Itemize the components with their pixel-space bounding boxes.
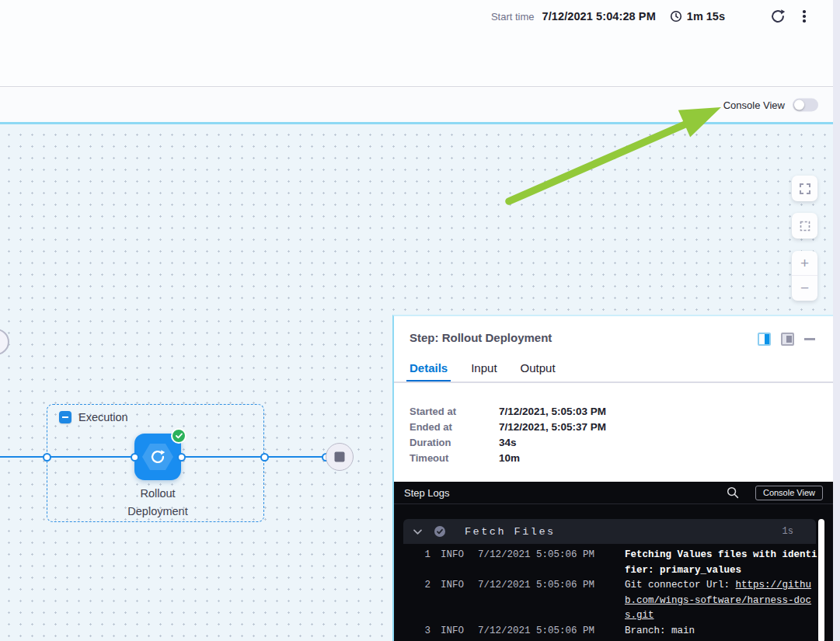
log-search-button[interactable] (727, 486, 739, 499)
log-level: INFO (441, 624, 468, 639)
step-logs-section: Step Logs Console View (394, 482, 833, 641)
console-view-control: Console View (723, 99, 818, 112)
log-message-prefix: Git connector Url: (625, 580, 736, 590)
top-header: Start time 7/12/2021 5:04:28 PM 1m 15s (0, 0, 840, 87)
console-view-label: Console View (723, 99, 785, 111)
execution-meta-bar: Start time 7/12/2021 5:04:28 PM 1m 15s (491, 6, 812, 26)
log-level: INFO (441, 578, 468, 594)
zoom-in-button[interactable]: + (792, 251, 817, 276)
rollout-deployment-node[interactable] (134, 434, 181, 480)
details-rows: Started at 7/12/2021, 5:05:03 PM Ended a… (410, 403, 606, 465)
execution-group-label: Execution (78, 411, 128, 423)
tab-output[interactable]: Output (521, 361, 556, 381)
connector-dot[interactable] (43, 453, 51, 462)
total-duration: 1m 15s (687, 10, 725, 23)
minimize-icon[interactable] (804, 338, 815, 340)
step-details-panel: Step: Rollout Deployment Details Input O… (392, 315, 833, 641)
log-group-duration: 1s (782, 526, 793, 537)
rollout-refresh-icon (150, 449, 166, 465)
node-label-line1: Rollout (96, 485, 220, 503)
tab-input[interactable]: Input (471, 361, 497, 381)
tabs-divider (394, 381, 833, 383)
step-logs-title: Step Logs (404, 487, 450, 499)
log-line: 2 INFO 7/12/2021 5:05:06 PM Git connecto… (403, 578, 833, 624)
log-group-success-icon (434, 525, 446, 538)
detail-row-ended-at: Ended at 7/12/2021, 5:05:37 PM (410, 419, 606, 434)
log-group-name: Fetch Files (465, 526, 556, 538)
full-view-icon[interactable] (781, 333, 794, 346)
clock-icon (670, 10, 682, 23)
detail-row-duration: Duration 34s (410, 434, 606, 450)
panel-header-icons (758, 333, 815, 346)
log-message: Git connector Url: https://github.com/wi… (625, 578, 818, 624)
log-line: 3 INFO 7/12/2021 5:05:06 PM Branch: main (403, 624, 833, 639)
log-message: Fetching Values files with identifier: p… (625, 548, 818, 578)
split-view-icon[interactable] (758, 333, 771, 346)
log-timestamp: 7/12/2021 5:05:06 PM (478, 624, 594, 639)
refresh-button[interactable] (769, 7, 787, 26)
fullscreen-button[interactable] (792, 176, 817, 201)
log-timestamp: 7/12/2021 5:05:06 PM (478, 578, 594, 594)
check-icon (176, 433, 183, 439)
tab-details[interactable]: Details (410, 361, 448, 381)
end-node[interactable] (326, 443, 354, 471)
log-message: Branch: main (625, 624, 818, 639)
log-scrollbar[interactable] (818, 519, 824, 641)
log-line-number: 2 (403, 578, 430, 594)
canvas-zoom-controls: + − (792, 176, 817, 301)
fullscreen-icon (799, 183, 811, 195)
chevron-down-icon (413, 529, 422, 535)
node-label-line2: Deployment (96, 503, 220, 521)
connector-dot[interactable] (177, 453, 186, 462)
toggle-knob (794, 100, 804, 110)
success-badge (171, 428, 186, 444)
previous-node-partial[interactable] (0, 329, 9, 355)
log-line-number: 3 (403, 624, 430, 639)
log-body: Fetch Files 1s 1 INFO 7/12/2021 5:05:06 … (403, 519, 833, 639)
step-logs-header: Step Logs Console View (394, 482, 833, 504)
zoom-out-button[interactable]: − (792, 276, 817, 301)
zoom-button-group: + − (792, 251, 817, 301)
view-toolbar: Console View (0, 88, 840, 122)
panel-title: Step: Rollout Deployment (410, 331, 552, 344)
node-label: Rollout Deployment (96, 485, 220, 520)
log-group-fetch-files[interactable]: Fetch Files 1s (403, 519, 816, 544)
connector-dot[interactable] (260, 453, 269, 462)
more-options-button[interactable] (796, 7, 812, 26)
log-lines: 1 INFO 7/12/2021 5:05:06 PM Fetching Val… (403, 548, 833, 639)
panel-tabs: Details Input Output (410, 361, 556, 381)
pipeline-execution-screen: Start time 7/12/2021 5:04:28 PM 1m 15s (0, 0, 840, 641)
console-view-toggle[interactable] (793, 99, 818, 112)
start-time-label: Start time (491, 11, 535, 23)
fit-to-screen-icon (799, 220, 811, 232)
logs-console-view-button[interactable]: Console View (755, 486, 823, 500)
search-icon (727, 486, 739, 499)
log-level: INFO (441, 548, 468, 563)
collapse-group-button[interactable] (59, 411, 71, 423)
connector-dot[interactable] (131, 453, 139, 462)
page-scrollbar[interactable] (833, 0, 840, 641)
fit-to-screen-button[interactable] (792, 213, 817, 239)
stop-icon (335, 452, 345, 462)
log-timestamp: 7/12/2021 5:05:06 PM (478, 548, 594, 563)
execution-group-header: Execution (59, 411, 128, 423)
detail-row-timeout: Timeout 10m (410, 450, 606, 465)
log-line: 1 INFO 7/12/2021 5:05:06 PM Fetching Val… (403, 548, 833, 578)
kebab-menu-icon (803, 10, 806, 13)
refresh-icon (770, 9, 786, 24)
duration-wrap: 1m 15s (670, 10, 725, 23)
log-line-number: 1 (403, 548, 430, 563)
start-time-value: 7/12/2021 5:04:28 PM (542, 10, 656, 23)
detail-row-started-at: Started at 7/12/2021, 5:05:03 PM (410, 403, 606, 419)
